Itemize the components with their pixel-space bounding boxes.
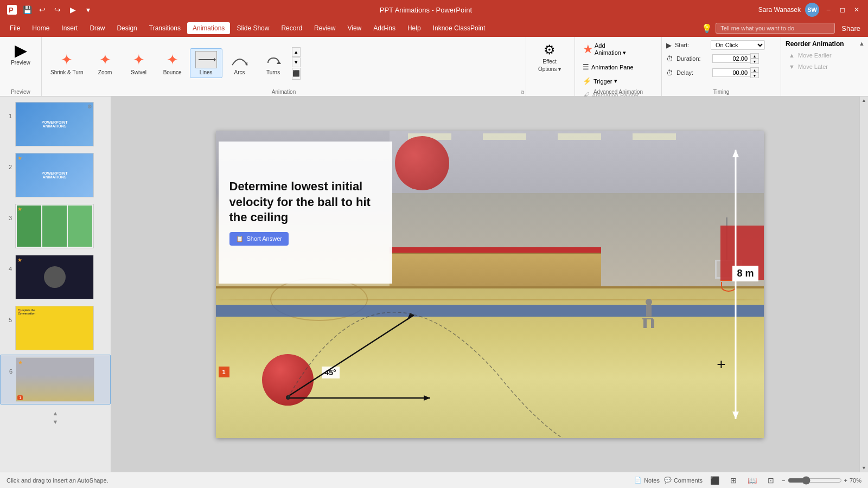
- gym-wall: [390, 193, 764, 296]
- duration-input-group: ▲ ▼: [712, 53, 759, 64]
- right-scrollbar: ▲ ▼: [859, 97, 868, 472]
- effect-options-button[interactable]: ⚙ Effect Options ▾: [531, 40, 569, 75]
- notes-button[interactable]: 📄 Notes: [634, 477, 660, 484]
- anim-zoom[interactable]: ✦ Zoom: [89, 49, 122, 78]
- slide-5-thumb[interactable]: 5 Complete the Conversation ★: [0, 304, 111, 352]
- minimize-button[interactable]: –: [824, 5, 833, 15]
- slide-1-gear-icon: ⚙: [87, 104, 92, 110]
- duration-up[interactable]: ▲: [750, 53, 759, 59]
- menu-view[interactable]: View: [342, 22, 367, 34]
- menu-home[interactable]: Home: [27, 22, 55, 34]
- slide-sorter-button[interactable]: ⊞: [727, 475, 740, 486]
- zoom-slider[interactable]: [788, 476, 842, 485]
- menu-inknoe[interactable]: Inknoe ClassPoint: [427, 22, 491, 34]
- zoom-out-icon[interactable]: −: [782, 477, 785, 484]
- normal-view-button[interactable]: ⬛: [707, 475, 723, 486]
- collapse-ribbon-button[interactable]: ▲: [858, 39, 866, 48]
- animation-expand-icon[interactable]: ⧉: [521, 89, 524, 95]
- anim-turns[interactable]: Turns: [257, 49, 290, 78]
- anim-shrink-turn[interactable]: ✦ Shrink & Turn: [46, 49, 88, 78]
- slideshow-view-button[interactable]: ⊡: [764, 475, 777, 486]
- powerpoint-icon: P: [7, 4, 17, 15]
- slide-6-star-icon: ★: [18, 359, 23, 365]
- short-answer-button[interactable]: 📋 Short Answer: [229, 232, 289, 246]
- more-qat-icon[interactable]: ▾: [82, 4, 93, 15]
- timing-content: ▶ Start: On Click With Previous After Pr…: [662, 37, 781, 96]
- share-button[interactable]: Share: [838, 23, 864, 34]
- menu-draw[interactable]: Draw: [84, 22, 110, 34]
- slide-2-number: 2: [4, 164, 12, 170]
- slide-6-thumb[interactable]: 6 ★ 1: [0, 355, 111, 404]
- move-later-button[interactable]: ▼ Move Later: [786, 62, 831, 72]
- menu-design[interactable]: Design: [111, 22, 142, 34]
- start-select[interactable]: On Click With Previous After Previous: [711, 40, 765, 50]
- menu-review[interactable]: Review: [309, 22, 341, 34]
- anim-scroll-down[interactable]: ▼: [292, 57, 301, 67]
- move-earlier-button[interactable]: ▲ Move Earlier: [786, 50, 835, 60]
- animation-pane-button[interactable]: ☰ Animation Pane: [579, 61, 637, 73]
- close-button[interactable]: ✕: [852, 5, 861, 15]
- svg-text:P: P: [9, 6, 14, 14]
- add-animation-button[interactable]: ★ Add Animation ▾: [579, 40, 629, 59]
- slide-2-thumb[interactable]: 2 POWERPOINTANIMATIONS ★: [0, 151, 111, 200]
- menu-record[interactable]: Record: [276, 22, 308, 34]
- svg-marker-3: [214, 57, 216, 62]
- swivel-icon: ✦: [133, 52, 145, 68]
- menu-help[interactable]: Help: [402, 22, 426, 34]
- user-avatar[interactable]: SW: [805, 3, 819, 17]
- slide-1-thumb[interactable]: 1 POWERPOINTANIMATIONS ⚙: [0, 100, 111, 149]
- slide-3-thumb[interactable]: 3 ★: [0, 202, 111, 251]
- slide-white-box: Determine lowest initial velocity for th…: [219, 142, 392, 284]
- menu-file[interactable]: File: [4, 22, 25, 34]
- slide-4-star-icon: ★: [17, 257, 22, 263]
- reading-view-button[interactable]: 📖: [744, 475, 760, 486]
- slide-2-star-icon: ★: [17, 155, 22, 161]
- comments-icon: 💬: [664, 477, 672, 484]
- ribbon-reorder-section: Reorder Animation ▲ Move Earlier ▼ Move …: [781, 37, 868, 96]
- menu-slideshow[interactable]: Slide Show: [231, 22, 275, 34]
- anim-bounce[interactable]: ✦ Bounce: [156, 49, 189, 78]
- scroll-down-icon[interactable]: ▼: [861, 465, 866, 471]
- duration-input[interactable]: [712, 54, 750, 63]
- anim-swivel[interactable]: ✦ Swivel: [123, 49, 155, 78]
- duration-down[interactable]: ▼: [750, 59, 759, 64]
- slide-scroll-down[interactable]: ▼: [52, 418, 60, 426]
- angle-label: 45°: [322, 367, 340, 378]
- bounce-label: Bounce: [163, 69, 182, 75]
- anim-arcs[interactable]: Arcs: [224, 49, 256, 78]
- trigger-button[interactable]: ⚡ Trigger ▾: [579, 75, 621, 87]
- save-icon[interactable]: 💾: [22, 4, 33, 15]
- undo-icon[interactable]: ↩: [37, 4, 48, 15]
- menu-insert[interactable]: Insert: [56, 22, 83, 34]
- anim-lines[interactable]: Lines: [190, 48, 222, 78]
- search-box[interactable]: Tell me what you want to do: [716, 23, 835, 34]
- preview-button[interactable]: ▶ Preview: [4, 40, 37, 68]
- turns-icon: [263, 51, 284, 68]
- bounce-icon: ✦: [167, 52, 178, 68]
- lines-icon: [195, 51, 217, 68]
- present-icon[interactable]: ▶: [67, 4, 78, 15]
- delay-down[interactable]: ▼: [750, 73, 759, 78]
- restore-button[interactable]: ◻: [838, 5, 847, 15]
- slide-5-star-icon: ★: [17, 308, 22, 314]
- ribbon-preview-content: ▶ Preview: [0, 37, 41, 96]
- lightbulb-icon[interactable]: 💡: [701, 23, 712, 34]
- delay-up[interactable]: ▲: [750, 67, 759, 73]
- slide-4-thumb[interactable]: 4 ★: [0, 253, 111, 301]
- menu-transitions[interactable]: Transitions: [144, 22, 186, 34]
- slide-scroll-up[interactable]: ▲: [52, 409, 60, 418]
- anim-scroll-more[interactable]: ⬛: [292, 68, 301, 80]
- animation-items-container: ✦ Shrink & Turn ✦ Zoom ✦ Swivel ✦ Bounce: [42, 37, 526, 96]
- slide-3-preview: ★: [15, 204, 94, 248]
- menu-addins[interactable]: Add-ins: [368, 22, 401, 34]
- zoom-in-icon[interactable]: +: [844, 477, 847, 484]
- menu-animations[interactable]: Animations: [187, 22, 230, 34]
- comments-button[interactable]: 💬 Comments: [664, 477, 703, 484]
- animation-pane-row: ☰ Animation Pane: [579, 61, 637, 73]
- delay-input[interactable]: [712, 68, 750, 77]
- start-icon: ▶: [666, 41, 672, 49]
- anim-scroll-up[interactable]: ▲: [292, 47, 301, 57]
- redo-icon[interactable]: ↪: [52, 4, 63, 15]
- slide-4-preview: ★: [15, 255, 94, 299]
- scroll-up-icon[interactable]: ▲: [861, 98, 866, 103]
